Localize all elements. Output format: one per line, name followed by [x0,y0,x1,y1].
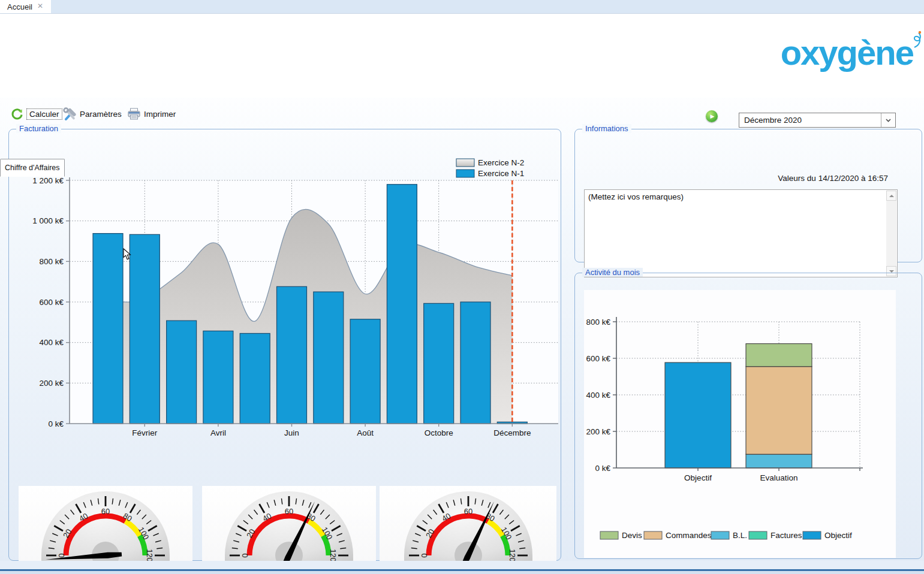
header: oxygène [0,14,924,80]
period-dropdown-value: Décembre 2020 [744,116,881,125]
refresh-icon [11,108,23,120]
legend-swatch [456,170,474,177]
remarks-text: (Mettez ici vos remarques) [588,192,684,201]
content-area: Calculer Paramètres [0,98,924,574]
svg-text:0: 0 [420,553,429,557]
logo-text: oxygène [781,35,913,70]
svg-text:120: 120 [508,549,517,562]
gauge-dial: 020406080100120 [19,486,192,572]
svg-text:60: 60 [285,507,293,516]
close-icon[interactable]: ✕ [37,2,43,10]
svg-text:120: 120 [145,549,154,562]
remarks-textarea[interactable]: (Mettez ici vos remarques) [584,189,898,277]
logo-swirl-icon [912,29,924,53]
svg-text:Août: Août [357,428,374,437]
arrow-down-icon [889,270,894,273]
bar-Avril [203,331,233,424]
legend-swatch [749,531,767,539]
stack-Devis [746,344,812,367]
bar-Février [130,234,159,424]
svg-text:200 k€: 200 k€ [39,379,64,388]
parametres-label: Paramètres [80,110,122,119]
chevron-down-icon [886,119,891,122]
svg-text:400 k€: 400 k€ [39,338,64,347]
scroll-up-button[interactable] [886,191,896,201]
legend-label: Exercice N-2 [478,158,524,167]
legend-label: B.L. [733,531,747,540]
svg-text:1 200 k€: 1 200 k€ [32,176,64,185]
svg-text:0 k€: 0 k€ [48,419,64,428]
imprimer-label: Imprimer [144,110,176,119]
svg-text:200 k€: 200 k€ [586,427,610,436]
toolbar: Calculer Paramètres [0,104,924,125]
legend-swatch [456,159,474,167]
bar-Novembre [461,302,490,424]
arrow-up-icon [889,195,894,197]
svg-text:800 k€: 800 k€ [39,257,64,266]
svg-text:Juin: Juin [284,428,299,437]
legend-swatch [803,531,821,539]
svg-text:60: 60 [101,507,110,516]
bottom-strip-2 [0,571,924,574]
tab-chiffre-daffaires[interactable]: Chiffre d'Affaires [0,159,65,177]
legend-label: Exercice N-1 [478,169,524,178]
imprimer-button[interactable]: Imprimer [127,108,176,120]
bar-Juin [277,286,307,424]
stack-Commandes [746,367,812,454]
stack-B.L. [746,454,812,468]
printer-icon [127,108,141,120]
activite-chart: 0 k€200 k€400 k€600 k€800 k€ObjectifEval… [575,273,922,558]
period-dropdown[interactable]: Décembre 2020 [739,113,896,128]
app-window: Accueil ✕ oxygène Chiffre d'Affaires Act… [0,0,924,574]
svg-text:400 k€: 400 k€ [586,391,610,400]
remarks-scrollbar[interactable] [886,191,896,276]
document-tab-strip: Accueil ✕ [0,0,924,14]
calculer-label: Calculer [26,108,62,120]
informations-panel: Informations Valeurs du 14/12/2020 à 16:… [574,129,922,262]
play-icon: ▶ [711,113,715,119]
legend-label: Objectif [824,531,852,540]
dropdown-button[interactable] [881,113,895,127]
bar-Mai [240,333,270,424]
svg-text:800 k€: 800 k€ [586,318,610,327]
values-caption: Valeurs du 14/12/2020 à 16:57 [575,174,888,183]
facturation-chart: 0 k€200 k€400 k€600 k€800 k€1 000 k€1 20… [9,129,561,456]
bar-Mars [167,321,197,424]
facturation-panel: Facturation 0 k€200 k€400 k€600 k€800 k€… [8,129,561,561]
parametres-button[interactable]: Paramètres [62,107,122,121]
gauge-dial: 020406080100120 [202,486,376,572]
document-tab-accueil[interactable]: Accueil ✕ [0,0,51,13]
calculer-button[interactable]: Calculer [11,108,62,120]
legend-swatch [600,531,618,539]
svg-text:0: 0 [240,553,249,557]
svg-text:60: 60 [463,507,472,516]
nav-tabs: Chiffre d'Affaires Activité Synthèse Rat… [0,80,924,98]
stack-Objectif [665,362,731,468]
legend-label: Devis [622,531,642,540]
legend-label: Factures [770,531,802,540]
svg-text:Objectif: Objectif [684,473,712,482]
svg-text:Avril: Avril [210,428,226,437]
svg-text:Décembre: Décembre [493,428,531,437]
gauge-dial: 020406080100120 [381,486,555,572]
mouse-cursor [123,248,132,261]
svg-text:0: 0 [57,553,66,557]
svg-text:1 000 k€: 1 000 k€ [32,216,64,225]
bar-Août [350,319,380,424]
bar-Janvier [93,234,123,424]
legend-label: Commandes [666,531,712,540]
tools-icon [62,107,77,121]
legend-swatch [711,531,729,539]
svg-text:600 k€: 600 k€ [586,354,610,363]
svg-text:Octobre: Octobre [425,428,453,437]
bar-Octobre [424,303,454,424]
run-button[interactable]: ▶ [706,110,718,122]
svg-text:600 k€: 600 k€ [39,298,64,307]
svg-text:Février: Février [132,428,158,437]
activite-panel: Activité du mois 0 k€200 k€400 k€600 k€8… [574,273,922,559]
legend-swatch [644,531,662,539]
svg-text:Evaluation: Evaluation [760,473,797,482]
bar-Septembre [387,185,417,424]
document-tab-label: Accueil [7,2,32,11]
svg-text:0 k€: 0 k€ [595,464,610,473]
